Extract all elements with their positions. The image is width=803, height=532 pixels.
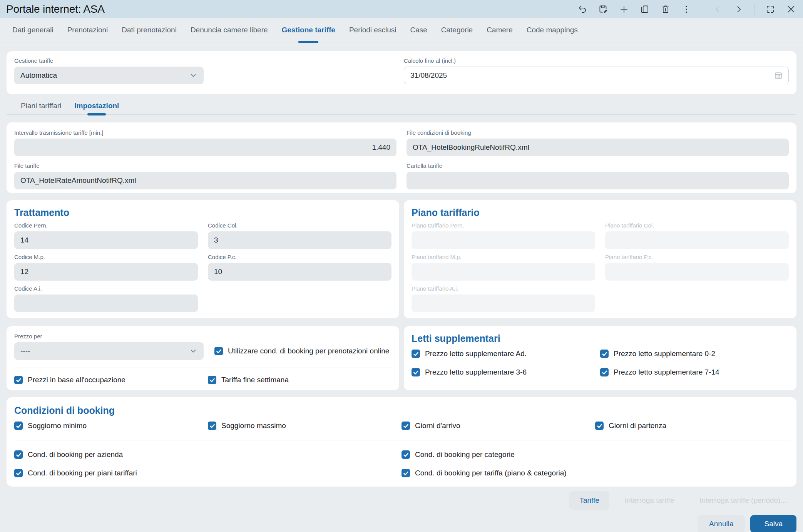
tab-gestione-tariffe[interactable]: Gestione tariffe bbox=[275, 18, 342, 42]
piano-pern-input bbox=[412, 231, 595, 249]
checkbox-letto-7-14[interactable]: Prezzo letto supplementare 7-14 bbox=[600, 368, 789, 376]
checkbox-checked-icon[interactable] bbox=[14, 422, 23, 430]
codice-col-group: Codice Col. 3 bbox=[208, 222, 391, 249]
checkbox-giorni-partenza[interactable]: Giorni di partenza bbox=[595, 422, 789, 430]
checkbox-letto-0-2[interactable]: Prezzo letto supplementare 0-2 bbox=[600, 350, 789, 358]
condizioni-title: Condizioni di booking bbox=[14, 405, 789, 416]
checkbox-checked-icon[interactable] bbox=[14, 450, 23, 459]
prezzo-per-label: Prezzo per bbox=[14, 333, 204, 340]
tab-categorie[interactable]: Categorie bbox=[434, 18, 480, 42]
codice-pern-label: Codice Pern. bbox=[14, 222, 198, 229]
checkbox-soggiorno-minimo[interactable]: Soggiorno minimo bbox=[14, 422, 208, 430]
tab-code-mappings[interactable]: Code mappings bbox=[520, 18, 585, 42]
checkbox-booking-tariffa-piano-categoria[interactable]: Cond. di booking per tariffa (piano & ca… bbox=[402, 469, 789, 477]
fullscreen-icon[interactable] bbox=[765, 4, 775, 14]
piano-pern-group: Piano tariffario Pern. bbox=[412, 222, 595, 249]
piano-mp-input bbox=[412, 263, 595, 281]
prezzo-per-value: ---- bbox=[20, 347, 30, 355]
codice-pc-group: Codice P.c. 10 bbox=[208, 254, 391, 281]
intervallo-input[interactable]: 1.440 bbox=[14, 139, 396, 156]
file-condizioni-label: File condizioni di booking bbox=[407, 129, 789, 136]
subtab-impostazioni[interactable]: Impostazioni bbox=[68, 97, 125, 114]
checkbox-booking-piani-tariffari[interactable]: Cond. di booking per piani tariffari bbox=[14, 469, 402, 477]
file-condizioni-group: File condizioni di booking OTA_HotelBook… bbox=[407, 129, 789, 156]
checkbox-checked-icon[interactable] bbox=[14, 469, 23, 477]
piano-tariffario-title: Piano tariffario bbox=[412, 207, 789, 218]
checkbox-tariffa-weekend[interactable]: Tariffa fine settimana bbox=[208, 376, 391, 384]
codice-ai-input[interactable] bbox=[14, 294, 198, 312]
checkbox-letto-ad[interactable]: Prezzo letto supplementare Ad. bbox=[412, 350, 600, 358]
next-icon[interactable] bbox=[733, 4, 744, 14]
copy-icon[interactable] bbox=[639, 4, 650, 14]
prev-icon bbox=[713, 4, 723, 14]
checkbox-checked-icon[interactable] bbox=[402, 422, 410, 430]
file-tariffe-input[interactable]: OTA_HotelRateAmountNotifRQ.xml bbox=[14, 172, 396, 189]
tab-periodi-esclusi[interactable]: Periodi esclusi bbox=[342, 18, 403, 42]
codice-pern-input[interactable]: 14 bbox=[14, 231, 198, 249]
calcolo-label: Calcolo fino al (incl.) bbox=[404, 57, 789, 64]
salva-button[interactable]: Salva bbox=[750, 515, 796, 532]
subtab-piani-tariffari[interactable]: Piani tariffari bbox=[14, 97, 68, 114]
content-area: Gestione tariffe Automatica Calcolo fino… bbox=[0, 51, 803, 532]
checkbox-checked-icon[interactable] bbox=[402, 469, 410, 477]
calcolo-date-input[interactable]: 31/08/2025 bbox=[404, 67, 789, 84]
letti-panel: Letti supplementari Prezzo letto supplem… bbox=[404, 326, 796, 390]
checkbox-soggiorno-massimo[interactable]: Soggiorno massimo bbox=[208, 422, 402, 430]
checkbox-checked-icon[interactable] bbox=[208, 422, 216, 430]
tab-case[interactable]: Case bbox=[403, 18, 434, 42]
checkbox-checked-icon[interactable] bbox=[595, 422, 604, 430]
gestione-tariffe-select[interactable]: Automatica bbox=[14, 67, 204, 84]
checkbox-booking-categorie[interactable]: Cond. di booking per categorie bbox=[402, 450, 789, 459]
checkbox-prezzi-occupazione[interactable]: Prezzi in base all'occupazione bbox=[14, 376, 198, 384]
interroga-tariffe-periodo-button: Interroga tariffe (periodo)... bbox=[689, 491, 796, 510]
tab-camere[interactable]: Camere bbox=[480, 18, 520, 42]
codice-mp-input[interactable]: 12 bbox=[14, 263, 198, 281]
tab-dati-generali[interactable]: Dati generali bbox=[5, 18, 60, 42]
checkbox-letto-3-6[interactable]: Prezzo letto supplementare 3-6 bbox=[412, 368, 600, 376]
cartella-tariffe-input[interactable] bbox=[407, 172, 789, 189]
cartella-tariffe-group: Cartella tariffe bbox=[407, 162, 789, 189]
piano-pern-label: Piano tariffario Pern. bbox=[412, 222, 595, 229]
tariffe-button[interactable]: Tariffe bbox=[569, 491, 609, 510]
save-edit-icon[interactable] bbox=[598, 4, 608, 14]
tab-prenotazioni[interactable]: Prenotazioni bbox=[60, 18, 115, 42]
chevron-down-icon bbox=[189, 71, 197, 80]
prezzo-per-select[interactable]: ---- bbox=[14, 342, 204, 360]
piano-pc-group: Piano tariffario P.c. bbox=[605, 254, 789, 281]
piano-tariffario-panel: Piano tariffario Piano tariffario Pern. … bbox=[404, 200, 796, 318]
calcolo-group: Calcolo fino al (incl.) 31/08/2025 bbox=[402, 57, 789, 87]
gestione-tariffe-label: Gestione tariffe bbox=[14, 57, 402, 64]
checkbox-cond-booking-online[interactable]: Utilizzare cond. di booking per prenotaz… bbox=[214, 347, 389, 355]
more-menu-icon[interactable] bbox=[681, 4, 691, 14]
calendar-icon[interactable] bbox=[774, 71, 783, 80]
annulla-button[interactable]: Annulla bbox=[698, 515, 745, 532]
checkbox-checked-icon[interactable] bbox=[208, 376, 216, 384]
undo-icon[interactable] bbox=[577, 4, 587, 14]
piano-mp-group: Piano tariffario M.p. bbox=[412, 254, 595, 281]
tab-dati-prenotazioni[interactable]: Dati prenotazioni bbox=[115, 18, 184, 42]
checkbox-checked-icon[interactable] bbox=[402, 450, 410, 459]
codice-col-input[interactable]: 3 bbox=[208, 231, 391, 249]
checkbox-booking-azienda[interactable]: Cond. di booking per azienda bbox=[14, 450, 402, 459]
delete-icon[interactable] bbox=[660, 4, 671, 14]
checkbox-checked-icon[interactable] bbox=[600, 368, 609, 376]
checkbox-checked-icon[interactable] bbox=[600, 350, 609, 358]
checkbox-checked-icon[interactable] bbox=[214, 347, 223, 355]
codice-pc-input[interactable]: 10 bbox=[208, 263, 391, 281]
calcolo-date-value: 31/08/2025 bbox=[410, 71, 447, 80]
chevron-down-icon bbox=[189, 347, 197, 355]
trattamento-panel: Trattamento Codice Pern. 14 Codice Col. … bbox=[7, 200, 399, 318]
codice-ai-group: Codice A.i. bbox=[14, 285, 198, 312]
checkbox-giorni-arrivo[interactable]: Giorni d'arrivo bbox=[402, 422, 595, 430]
condizioni-panel: Condizioni di booking Soggiorno minimo S… bbox=[7, 397, 796, 487]
checkbox-checked-icon[interactable] bbox=[14, 376, 23, 384]
piano-pc-label: Piano tariffario P.c. bbox=[605, 254, 789, 260]
prezzo-panel: Prezzo per ---- Utilizzare cond. di book… bbox=[7, 326, 399, 390]
file-condizioni-input[interactable]: OTA_HotelBookingRuleNotifRQ.xml bbox=[407, 139, 789, 156]
intervallo-group: Intervallo trasmissione tariffe [min.] 1… bbox=[14, 129, 396, 156]
add-icon[interactable] bbox=[619, 4, 629, 14]
close-icon[interactable] bbox=[786, 4, 796, 14]
tab-denuncia-camere-libere[interactable]: Denuncia camere libere bbox=[184, 18, 275, 42]
checkbox-checked-icon[interactable] bbox=[412, 350, 420, 358]
checkbox-checked-icon[interactable] bbox=[412, 368, 420, 376]
